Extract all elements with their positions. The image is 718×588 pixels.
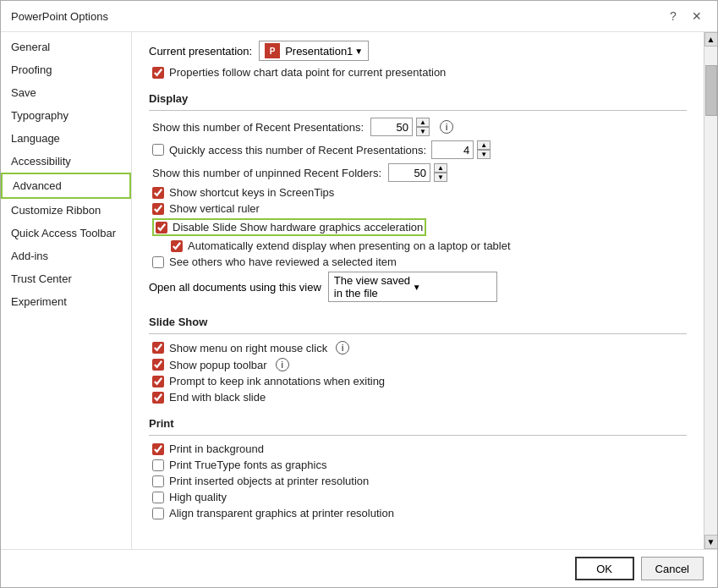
truetype-row: Print TrueType fonts as graphics (152, 459, 687, 471)
end-black-row: End with black slide (152, 391, 687, 404)
prompt-ink-label[interactable]: Prompt to keep ink annotations when exit… (169, 375, 385, 387)
inserted-objects-row: Print inserted objects at printer resolu… (152, 475, 687, 487)
title-bar-buttons: ? ✕ (663, 8, 707, 25)
inserted-objects-checkbox[interactable] (152, 475, 164, 487)
shortcut-keys-label[interactable]: Show shortcut keys in ScreenTips (169, 186, 334, 199)
dialog-footer: OK Cancel (1, 549, 717, 587)
recent-pres-row: Show this number of Recent Presentations… (149, 118, 687, 136)
end-black-label[interactable]: End with black slide (169, 391, 266, 404)
quick-access-spinbox: 4 ▲ ▼ (431, 140, 491, 159)
menu-right-click-checkbox[interactable] (152, 342, 164, 354)
truetype-checkbox[interactable] (152, 459, 164, 471)
scroll-up-button[interactable]: ▲ (704, 32, 718, 47)
close-button[interactable]: ✕ (687, 8, 707, 25)
menu-right-click-row: Show menu on right mouse click i (152, 341, 687, 354)
see-others-checkbox[interactable] (152, 256, 164, 268)
disable-slideshow-label[interactable]: Disable Slide Show hardware graphics acc… (173, 221, 423, 234)
popup-toolbar-label[interactable]: Show popup toolbar (169, 359, 267, 371)
open-all-row: Open all documents using this view The v… (149, 272, 687, 302)
sidebar-item-language[interactable]: Language (1, 127, 131, 150)
sidebar-item-typography[interactable]: Typography (1, 104, 131, 127)
properties-row: Properties follow chart data point for c… (152, 66, 687, 79)
prompt-ink-checkbox[interactable] (152, 376, 164, 387)
current-presentation-row: Current presentation: P Presentation1 ▼ (149, 41, 687, 61)
sidebar: General Proofing Save Typography Languag… (1, 32, 132, 549)
sidebar-item-addins[interactable]: Add-ins (1, 245, 131, 267)
unpinned-folders-label: Show this number of unpinned Recent Fold… (152, 167, 381, 179)
high-quality-checkbox[interactable] (152, 492, 164, 503)
quick-access-up[interactable]: ▲ (477, 140, 491, 150)
dialog-body: General Proofing Save Typography Languag… (1, 32, 717, 549)
high-quality-row: High quality (152, 491, 687, 503)
print-background-row: Print in background (152, 442, 687, 455)
align-transparent-label[interactable]: Align transparent graphics at printer re… (169, 507, 394, 519)
recent-pres-spinbox: 50 ▲ ▼ (370, 118, 430, 136)
high-quality-label[interactable]: High quality (169, 491, 227, 503)
quick-access-checkbox[interactable] (152, 144, 164, 156)
end-black-checkbox[interactable] (152, 392, 164, 404)
popup-toolbar-checkbox[interactable] (152, 359, 164, 371)
vertical-ruler-row: Show vertical ruler (152, 202, 687, 215)
shortcut-keys-checkbox[interactable] (152, 187, 164, 199)
popup-toolbar-info-icon: i (276, 358, 289, 371)
prompt-ink-row: Prompt to keep ink annotations when exit… (152, 375, 687, 387)
quick-access-down[interactable]: ▼ (477, 150, 491, 159)
presentation-name: Presentation1 (285, 45, 353, 58)
truetype-label[interactable]: Print TrueType fonts as graphics (169, 459, 326, 471)
sidebar-item-customize-ribbon[interactable]: Customize Ribbon (1, 199, 131, 222)
unpinned-folders-down[interactable]: ▼ (434, 173, 447, 182)
slideshow-section-header: Slide Show (149, 305, 687, 334)
help-button[interactable]: ? (663, 8, 683, 25)
sidebar-item-proofing[interactable]: Proofing (1, 58, 131, 81)
recent-pres-input[interactable]: 50 (370, 118, 413, 136)
sidebar-item-experiment[interactable]: Experiment (1, 290, 131, 313)
recent-pres-info-icon: i (440, 120, 453, 134)
menu-right-click-label[interactable]: Show menu on right mouse click (169, 342, 327, 354)
recent-pres-arrows: ▲ ▼ (416, 118, 430, 136)
unpinned-folders-row: Show this number of unpinned Recent Fold… (149, 163, 687, 182)
shortcut-keys-row: Show shortcut keys in ScreenTips (152, 186, 687, 199)
vertical-ruler-checkbox[interactable] (152, 203, 164, 215)
quick-access-arrows: ▲ ▼ (477, 140, 491, 159)
scroll-thumb[interactable] (705, 65, 717, 116)
scrollbar: ▲ ▼ (704, 32, 717, 549)
see-others-label[interactable]: See others who have reviewed a selected … (169, 256, 397, 268)
recent-pres-up[interactable]: ▲ (416, 118, 430, 127)
view-option-text: The view saved in the file (334, 274, 413, 299)
quick-access-input[interactable]: 4 (431, 140, 474, 159)
auto-extend-checkbox[interactable] (171, 240, 183, 252)
scroll-down-button[interactable]: ▼ (704, 535, 718, 549)
align-transparent-checkbox[interactable] (152, 508, 164, 519)
print-section-header: Print (149, 407, 687, 436)
properties-label[interactable]: Properties follow chart data point for c… (169, 66, 446, 79)
see-others-row: See others who have reviewed a selected … (152, 256, 687, 268)
sidebar-item-general[interactable]: General (1, 36, 131, 58)
ok-button[interactable]: OK (575, 557, 634, 580)
dialog-title: PowerPoint Options (11, 10, 108, 23)
cancel-button[interactable]: Cancel (641, 557, 704, 580)
vertical-ruler-label[interactable]: Show vertical ruler (169, 202, 260, 215)
view-dropdown-arrow-icon: ▼ (413, 283, 491, 292)
unpinned-folders-up[interactable]: ▲ (434, 163, 447, 173)
print-background-label[interactable]: Print in background (169, 442, 264, 455)
presentation-icon: P (265, 43, 280, 58)
recent-pres-down[interactable]: ▼ (416, 127, 430, 136)
disable-slideshow-row: Disable Slide Show hardware graphics acc… (152, 218, 687, 236)
presentation-dropdown[interactable]: P Presentation1 ▼ (259, 41, 369, 61)
popup-toolbar-row: Show popup toolbar i (152, 358, 687, 371)
sidebar-item-save[interactable]: Save (1, 81, 131, 104)
align-transparent-row: Align transparent graphics at printer re… (152, 507, 687, 519)
view-dropdown[interactable]: The view saved in the file ▼ (328, 272, 497, 302)
quick-access-label[interactable]: Quickly access this number of Recent Pre… (169, 144, 426, 157)
disable-slideshow-checkbox[interactable] (156, 222, 167, 234)
auto-extend-label[interactable]: Automatically extend display when presen… (188, 239, 511, 252)
unpinned-folders-input[interactable]: 50 (388, 163, 430, 182)
sidebar-item-quick-access[interactable]: Quick Access Toolbar (1, 222, 131, 245)
sidebar-item-accessibility[interactable]: Accessibility (1, 150, 131, 173)
sidebar-item-trust-center[interactable]: Trust Center (1, 267, 131, 290)
dropdown-arrow-icon: ▼ (354, 47, 363, 56)
properties-checkbox[interactable] (152, 67, 164, 79)
inserted-objects-label[interactable]: Print inserted objects at printer resolu… (169, 475, 369, 487)
print-background-checkbox[interactable] (152, 443, 164, 455)
sidebar-item-advanced[interactable]: Advanced (1, 173, 131, 199)
